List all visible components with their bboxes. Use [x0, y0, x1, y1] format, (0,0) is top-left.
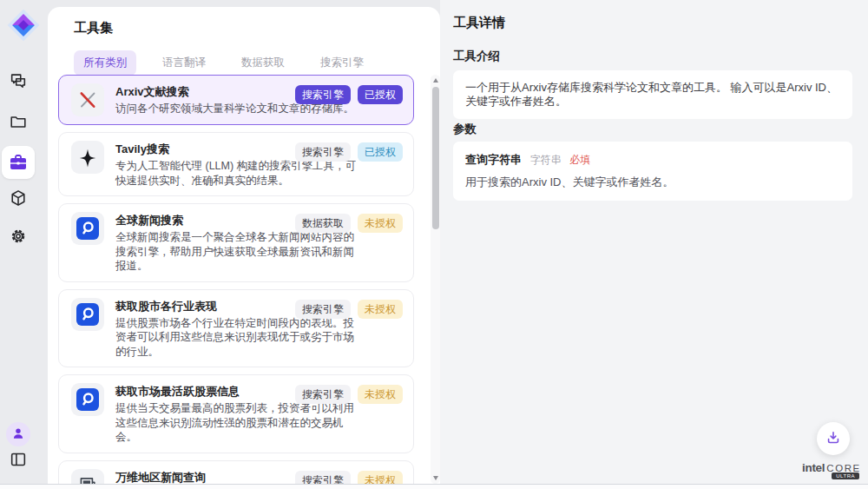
auth-status-badge: 未授权 — [358, 385, 403, 404]
ultra-badge: ultra — [832, 472, 859, 479]
scrollbar-thumb[interactable] — [432, 87, 439, 229]
tool-card[interactable]: Arxiv文献搜索 访问各个研究领域大量科学论文和文章的存储库。 搜索引擎 已授… — [58, 75, 414, 125]
folder-icon — [9, 112, 28, 131]
window-bottom-edge — [0, 484, 868, 489]
tool-details-panel: 工具详情 工具介绍 一个用于从Arxiv存储库搜索科学论文和文章的工具。 输入可… — [440, 0, 868, 484]
category-badge: 搜索引擎 — [295, 300, 351, 319]
scroll-down-icon[interactable] — [433, 476, 438, 480]
tab-language-translation[interactable]: 语言翻译 — [153, 50, 215, 76]
nav-settings-button[interactable] — [4, 222, 32, 250]
chat-icon — [9, 71, 28, 90]
tool-card-description: 提供当天交易量最高的股票列表，投资者可以利用这些信息来识别流动性强的股票和潜在的… — [115, 401, 360, 445]
toolbox-icon — [8, 152, 29, 173]
tool-card[interactable]: Tavily搜索 专为人工智能代理 (LLM) 构建的搜索引擎工具，可快速提供实… — [58, 132, 414, 196]
category-badge: 搜索引擎 — [295, 385, 351, 404]
details-title: 工具详情 — [453, 15, 505, 31]
panel-toggle-icon — [9, 450, 28, 469]
param-name: 查询字符串 — [465, 153, 522, 166]
auth-status-badge: 已授权 — [358, 85, 403, 104]
params-heading: 参数 — [453, 122, 477, 137]
tab-search-engine[interactable]: 搜索引擎 — [311, 50, 373, 76]
category-badge: 数据获取 — [295, 214, 351, 233]
scroll-up-icon[interactable] — [433, 78, 438, 83]
blue-search-icon — [71, 212, 104, 245]
tool-card[interactable]: 全球新闻搜索 全球新闻搜索是一个聚合全球各大新闻网站内容的搜索引擎，帮助用户快速… — [58, 203, 414, 282]
blue-search-icon — [71, 383, 104, 416]
category-tabs: 所有类别 语言翻译 数据获取 搜索引擎 — [74, 50, 373, 76]
auth-status-badge: 未授权 — [358, 471, 403, 485]
tool-card-description: 专为人工智能代理 (LLM) 构建的搜索引擎工具，可快速提供实时、准确和真实的结… — [115, 159, 360, 188]
toolset-panel: 工具集 所有类别 语言翻译 数据获取 搜索引擎 Arxiv文献搜索 访问各个研究… — [48, 7, 440, 484]
auth-status-badge: 未授权 — [358, 300, 403, 319]
intel-core-logo: intelcore ultra — [802, 459, 863, 475]
param-card: 查询字符串 字符串 必填 用于搜索的Arxiv ID、关键字或作者姓名。 — [453, 142, 852, 201]
tool-card-description: 提供股票市场各个行业在特定时间段内的表现。投资者可以利用这些信息来识别表现优于或… — [115, 316, 360, 360]
app-logo-icon — [7, 9, 40, 42]
param-description: 用于搜索的Arxiv ID、关键字或作者姓名。 — [465, 175, 840, 190]
download-button[interactable] — [817, 422, 850, 455]
tab-all-categories[interactable]: 所有类别 — [74, 50, 136, 76]
nav-files-button[interactable] — [4, 108, 32, 135]
app-window: 工具集 所有类别 语言翻译 数据获取 搜索引擎 Arxiv文献搜索 访问各个研究… — [0, 0, 868, 489]
left-rail — [0, 0, 48, 484]
intro-text-box: 一个用于从Arxiv存储库搜索科学论文和文章的工具。 输入可以是Arxiv ID… — [453, 70, 852, 119]
blue-search-icon — [71, 298, 104, 331]
category-badge: 搜索引擎 — [295, 142, 351, 162]
tool-card-list: Arxiv文献搜索 访问各个研究领域大量科学论文和文章的存储库。 搜索引擎 已授… — [58, 75, 421, 484]
page-title: 工具集 — [74, 20, 113, 36]
cube-icon — [9, 188, 28, 208]
intro-heading: 工具介绍 — [453, 49, 500, 64]
download-icon — [825, 429, 842, 449]
tool-card[interactable]: 获取股市各行业表现 提供股票市场各个行业在特定时间段内的表现。投资者可以利用这些… — [58, 289, 414, 368]
user-avatar[interactable] — [6, 422, 30, 446]
newspaper-icon — [71, 469, 104, 485]
settings-gear-icon — [9, 227, 28, 246]
param-type: 字符串 — [530, 154, 562, 166]
auth-status-badge: 已授权 — [358, 142, 403, 162]
user-icon — [10, 426, 26, 444]
tool-card[interactable]: 万维地区新闻查询 查询具体行政区划内的新闻，快速了解各地新闻动 搜索引擎 未授权 — [58, 460, 414, 485]
panel-toggle-button[interactable] — [4, 446, 32, 473]
category-badge: 搜索引擎 — [295, 85, 351, 104]
nav-models-button[interactable] — [4, 184, 32, 212]
auth-status-badge: 未授权 — [358, 214, 403, 233]
tab-data-fetch[interactable]: 数据获取 — [232, 50, 294, 76]
nav-tools-button[interactable] — [2, 146, 35, 179]
tool-card[interactable]: 获取市场最活跃股票信息 提供当天交易量最高的股票列表，投资者可以利用这些信息来识… — [58, 374, 414, 453]
list-scrollbar[interactable] — [431, 75, 440, 484]
nav-chat-button[interactable] — [4, 67, 32, 95]
param-required-badge: 必填 — [569, 154, 590, 166]
category-badge: 搜索引擎 — [295, 471, 351, 485]
arxiv-icon — [71, 83, 104, 116]
tool-card-description: 全球新闻搜索是一个聚合全球各大新闻网站内容的搜索引擎，帮助用户快速获取全球最新资… — [115, 230, 360, 274]
star-icon — [71, 141, 104, 174]
